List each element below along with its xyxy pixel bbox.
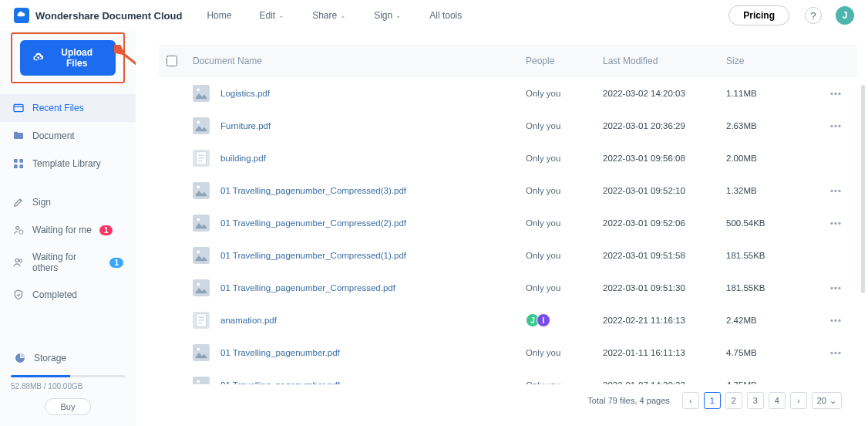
people-avatars: JI <box>526 313 603 327</box>
main-content: Document Name People Last Modified Size … <box>136 31 868 426</box>
table-row[interactable]: Furniture.pdfOnly you2022-03-01 20:36:29… <box>159 110 857 142</box>
file-name[interactable]: Logistics.pdf <box>220 89 270 98</box>
file-name[interactable]: 01 Travelling_pagenumber.pdf <box>220 348 340 357</box>
pagination-prev[interactable]: ‹ <box>682 392 699 409</box>
scrollbar[interactable] <box>861 85 865 293</box>
pagination-page-3[interactable]: 3 <box>747 392 764 409</box>
sidebar-item-document[interactable]: Document <box>0 122 136 150</box>
people-text: Only you <box>526 89 560 98</box>
svg-point-8 <box>19 259 22 262</box>
modified-text: 2022-02-21 11:16:13 <box>603 316 726 325</box>
col-header-size[interactable]: Size <box>726 56 811 66</box>
file-thumb <box>193 150 210 167</box>
nav-sign[interactable]: Sign⌄ <box>374 10 402 21</box>
sidebar-item-waiting-me[interactable]: Waiting for me 1 <box>0 216 136 244</box>
size-text: 2.00MB <box>726 154 811 163</box>
storage-text: 52.88MB / 100.00GB <box>11 382 125 390</box>
table-row[interactable]: anamation.pdfJI2022-02-21 11:16:132.42MB… <box>159 304 857 336</box>
table-row[interactable]: 01 Travelling_pagenumber_Compressed(2).p… <box>159 207 857 239</box>
file-name[interactable]: building.pdf <box>220 154 266 163</box>
sidebar-item-sign[interactable]: Sign <box>0 188 136 216</box>
nav-share[interactable]: Share⌄ <box>312 10 346 21</box>
upload-files-button[interactable]: Upload Files <box>20 40 116 76</box>
size-text: 4.75MB <box>726 380 811 384</box>
size-text: 181.55KB <box>726 251 811 260</box>
sidebar-item-template[interactable]: Template Library <box>0 150 136 178</box>
more-menu-icon[interactable]: ••• <box>830 89 842 98</box>
table-row[interactable]: 01 Travelling_pagenumber_Compressed(3).p… <box>159 174 857 207</box>
modified-text: 2022-03-01 20:36:29 <box>603 121 726 130</box>
sidebar-item-label: Waiting for others <box>32 252 102 273</box>
pagination-page-2[interactable]: 2 <box>725 392 742 409</box>
nav-home[interactable]: Home <box>207 10 231 21</box>
pagination-page-1[interactable]: 1 <box>704 392 721 409</box>
col-header-people[interactable]: People <box>526 56 603 66</box>
people-text: Only you <box>526 283 560 292</box>
pagination-page-4[interactable]: 4 <box>769 392 786 409</box>
file-name[interactable]: anamation.pdf <box>220 316 277 325</box>
sidebar-item-waiting-others[interactable]: Waiting for others 1 <box>0 244 136 281</box>
brand-title: Wondershare Document Cloud <box>35 10 182 22</box>
svg-rect-16 <box>198 161 202 161</box>
more-menu-icon[interactable]: ••• <box>830 121 842 130</box>
people-text: Only you <box>526 186 560 195</box>
help-icon[interactable]: ? <box>805 7 822 24</box>
chevron-down-icon: ⌄ <box>829 396 836 406</box>
col-header-name[interactable]: Document Name <box>193 56 526 66</box>
more-menu-icon[interactable]: ••• <box>830 283 842 292</box>
size-text: 1.11MB <box>726 89 811 98</box>
svg-point-22 <box>197 251 200 254</box>
file-name[interactable]: 01 Travelling_pagenumber.pdf <box>220 380 340 384</box>
people-text: Only you <box>526 218 560 228</box>
more-menu-icon[interactable]: ••• <box>830 186 842 195</box>
buy-button[interactable]: Buy <box>45 398 92 415</box>
size-text: 500.54KB <box>726 218 811 228</box>
sidebar-item-recent[interactable]: Recent Files <box>0 94 136 122</box>
table-row[interactable]: 01 Travelling_pagenumber.pdfOnly you2022… <box>159 336 857 369</box>
folder-icon <box>12 130 25 142</box>
file-thumb <box>193 312 210 329</box>
more-dash: — <box>833 380 843 384</box>
select-all-checkbox[interactable] <box>167 56 177 66</box>
file-name[interactable]: Furniture.pdf <box>220 121 271 130</box>
nav-alltools[interactable]: All tools <box>429 10 462 21</box>
pagination-info: Total 79 files, 4 pages <box>587 396 669 405</box>
svg-rect-2 <box>19 159 23 163</box>
svg-rect-1 <box>14 159 18 163</box>
svg-point-10 <box>197 89 200 92</box>
svg-point-5 <box>16 226 19 229</box>
file-name[interactable]: 01 Travelling_pagenumber_Compressed.pdf <box>220 283 395 292</box>
modified-text: 2022-03-01 09:51:58 <box>603 251 726 260</box>
file-thumb <box>193 279 210 296</box>
table-row[interactable]: 01 Travelling_pagenumber_Compressed.pdfO… <box>159 272 857 304</box>
svg-rect-4 <box>19 164 23 168</box>
table-row[interactable]: 01 Travelling_pagenumber_Compressed(1).p… <box>159 239 857 272</box>
more-menu-icon[interactable]: ••• <box>830 218 842 228</box>
sidebar-item-label: Waiting for me <box>32 225 92 235</box>
file-name[interactable]: 01 Travelling_pagenumber_Compressed(3).p… <box>220 186 406 195</box>
people-text: Only you <box>526 348 560 357</box>
table-body: Logistics.pdfOnly you2022-03-02 14:20:03… <box>159 77 857 384</box>
user-clock-icon <box>12 224 25 236</box>
sidebar-item-completed[interactable]: Completed <box>0 281 136 309</box>
people-text: Only you <box>526 251 560 260</box>
topbar: Wondershare Document Cloud Home Edit⌄ Sh… <box>0 0 868 31</box>
pagination-next[interactable]: › <box>790 392 807 409</box>
svg-rect-9 <box>193 85 210 102</box>
pagination-perpage[interactable]: 20 ⌄ <box>812 392 842 409</box>
file-thumb <box>193 247 210 264</box>
nav-edit[interactable]: Edit⌄ <box>259 10 284 21</box>
more-menu-icon[interactable]: ••• <box>830 316 842 325</box>
table-row[interactable]: building.pdfOnly you2022-03-01 09:56:082… <box>159 142 857 174</box>
storage-section[interactable]: Storage <box>11 344 125 372</box>
svg-rect-29 <box>193 344 210 361</box>
file-name[interactable]: 01 Travelling_pagenumber_Compressed(1).p… <box>220 251 406 260</box>
col-header-modified[interactable]: Last Modified <box>603 56 726 66</box>
more-menu-icon[interactable]: ••• <box>830 348 842 357</box>
pricing-button[interactable]: Pricing <box>728 5 789 25</box>
table-row[interactable]: 01 Travelling_pagenumber.pdfOnly you2022… <box>159 369 857 384</box>
file-name[interactable]: 01 Travelling_pagenumber_Compressed(2).p… <box>220 218 406 228</box>
user-avatar[interactable]: J <box>836 6 854 25</box>
size-text: 4.75MB <box>726 348 811 357</box>
table-row[interactable]: Logistics.pdfOnly you2022-03-02 14:20:03… <box>159 77 857 110</box>
